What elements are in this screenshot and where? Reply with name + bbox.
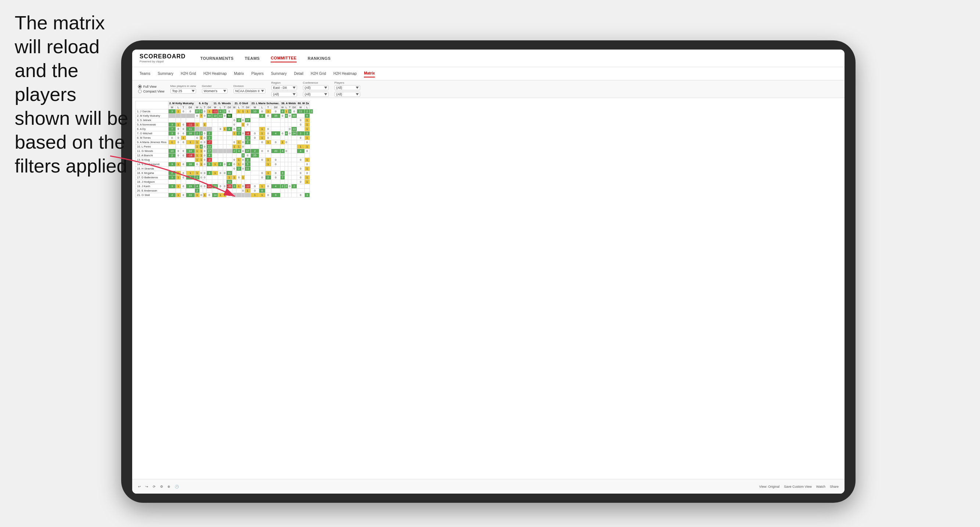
players-select[interactable]: (All) — [334, 85, 360, 90]
matrix-cell: 5 — [245, 162, 250, 167]
sh-l3: L — [218, 106, 223, 110]
sub-nav-h2h-grid[interactable]: H2H Grid — [181, 70, 196, 77]
matrix-cell: 16 — [186, 162, 195, 167]
matrix-cell: 0 — [237, 175, 241, 180]
sub-nav-h2h-grid2[interactable]: H2H Grid — [311, 70, 326, 77]
max-players-select[interactable]: Top 25 — [170, 89, 196, 94]
table-row: 5. A Nomrowski310-111101001 — [135, 122, 313, 127]
matrix-cell: 1 — [195, 158, 199, 162]
matrix-cell — [218, 140, 223, 144]
matrix-cell: 4 — [226, 162, 232, 167]
settings-button[interactable]: ⚙ — [160, 485, 163, 489]
matrix-cell — [181, 189, 186, 193]
matrix-cell: 1 — [265, 158, 271, 162]
share-button[interactable]: Share — [830, 485, 838, 489]
matrix-cell — [285, 122, 288, 127]
player-name-cell: 3. S Jelinek — [135, 118, 169, 122]
matrix-cell — [271, 127, 280, 132]
nav-rankings[interactable]: RANKINGS — [308, 55, 331, 62]
players-sub-select[interactable]: (All) — [334, 92, 360, 97]
matrix-cell: 4 — [237, 149, 241, 153]
zoom-button[interactable]: ⊕ — [167, 485, 170, 489]
matrix-cell — [241, 193, 245, 197]
matrix-cell: 2 — [200, 132, 203, 136]
matrix-cell: 5 — [206, 162, 212, 167]
table-row: 18. J Hodgson1101 — [135, 180, 313, 184]
redo-button[interactable]: ↪ — [145, 485, 148, 489]
matrix-cell: 1 — [232, 132, 237, 136]
matrix-cell: 1 — [176, 193, 181, 197]
save-custom-button[interactable]: Save Custom View — [784, 485, 812, 489]
matrix-cell — [212, 153, 218, 158]
sub-nav-summary[interactable]: Summary — [158, 70, 173, 77]
matrix-cell: 3 — [304, 132, 310, 136]
watch-button[interactable]: Watch — [816, 485, 826, 489]
matrix-cell — [285, 153, 288, 158]
matrix-cell — [288, 140, 291, 144]
matrix-cell — [265, 167, 271, 171]
matrix-cell — [250, 127, 259, 132]
matrix-cell — [280, 189, 285, 193]
undo-button[interactable]: ↩ — [138, 485, 141, 489]
sub-nav-matrix[interactable]: Matrix — [234, 70, 244, 77]
matrix-cell: 33 — [186, 193, 195, 197]
matrix-cell: 0 — [223, 184, 226, 189]
matrix-cell: 0 — [265, 149, 271, 153]
sub-nav-players[interactable]: Players — [251, 70, 264, 77]
matrix-cell — [200, 167, 203, 171]
matrix-cell: 4 — [271, 132, 280, 136]
player-name-cell: 5. A Nomrowski — [135, 122, 169, 127]
sub-nav-summary2[interactable]: Summary — [271, 70, 287, 77]
matrix-cell — [250, 171, 259, 175]
sub-nav-teams[interactable]: Teams — [140, 70, 150, 77]
matrix-cell: 0 — [259, 158, 265, 162]
matrix-cell: 1 — [304, 118, 310, 122]
matrix-cell: 1 — [265, 140, 271, 144]
gender-select[interactable]: Women's — [202, 89, 228, 94]
matrix-cell — [265, 144, 271, 149]
sh-w1: W — [169, 106, 176, 110]
sub-nav-h2h-heatmap2[interactable]: H2H Heatmap — [333, 70, 356, 77]
matrix-scroll[interactable]: 2. M Kelly Mulcahy 6. A Dy 11. G. Woods … — [132, 98, 845, 479]
matrix-cell — [237, 136, 241, 140]
matrix-cell — [291, 136, 297, 140]
matrix-cell: 1 — [285, 110, 288, 114]
refresh-button[interactable]: ⟳ — [153, 485, 156, 489]
matrix-cell: 0 — [176, 153, 181, 158]
matrix-cell — [237, 122, 241, 127]
matrix-cell — [226, 158, 232, 162]
conference-select[interactable]: (All) — [303, 85, 329, 90]
matrix-cell — [245, 175, 250, 180]
sub-nav-h2h-heatmap[interactable]: H2H Heatmap — [204, 70, 227, 77]
matrix-cell: 0 — [232, 140, 237, 144]
conference-sub-select[interactable]: (All) — [303, 92, 329, 97]
sub-nav-detail[interactable]: Detail — [294, 70, 304, 77]
matrix-cell: 4 — [206, 153, 212, 158]
matrix-cell: 0 — [250, 136, 259, 140]
compact-view-radio[interactable]: Compact View — [138, 90, 164, 93]
matrix-cell — [232, 136, 237, 140]
matrix-cell: -11 — [212, 110, 218, 114]
matrix-cell — [218, 118, 223, 122]
matrix-cell — [304, 153, 310, 158]
matrix-cell — [203, 189, 206, 193]
matrix-cell — [288, 149, 291, 153]
matrix-cell — [212, 118, 218, 122]
region-sub-select[interactable]: (All) — [271, 92, 297, 97]
matrix-cell — [212, 136, 218, 140]
matrix-cell: 0 — [218, 171, 223, 175]
nav-committee[interactable]: COMMITTEE — [270, 54, 297, 62]
matrix-cell: 0 — [245, 122, 250, 127]
region-select[interactable]: East - DII — [271, 85, 297, 90]
sub-nav-matrix2[interactable]: Matrix — [364, 70, 374, 78]
matrix-cell: 11 — [245, 167, 250, 171]
full-view-dot — [138, 85, 142, 89]
full-view-radio[interactable]: Full View — [138, 85, 164, 89]
nav-teams[interactable]: TEAMS — [245, 55, 259, 62]
clock-button[interactable]: 🕐 — [175, 485, 179, 489]
matrix-cell: 0 — [250, 184, 259, 189]
nav-tournaments[interactable]: TOURNAMENTS — [200, 55, 234, 62]
division-select[interactable]: NCAA Division II — [234, 89, 266, 94]
matrix-cell: 0 — [223, 114, 226, 118]
view-original-button[interactable]: View: Original — [759, 485, 780, 489]
